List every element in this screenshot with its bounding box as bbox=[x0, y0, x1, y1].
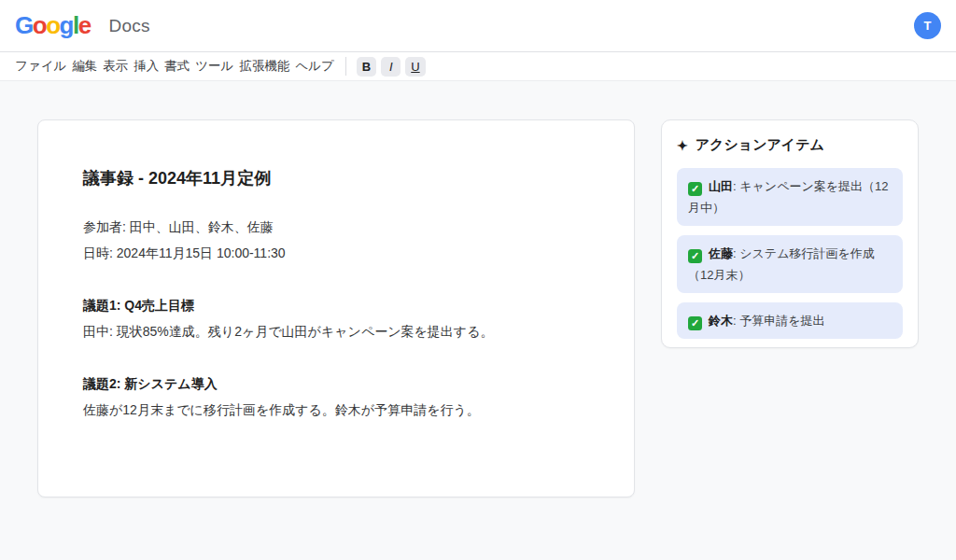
section-body: 佐藤が12月末までに移行計画を作成する。鈴木が予算申請を行う。 bbox=[83, 397, 589, 423]
action-items-header: ✦ アクションアイテム bbox=[677, 136, 903, 154]
document-meta-line: 参加者: 田中、山田、鈴木、佐藤 bbox=[83, 214, 589, 240]
action-item[interactable]: ✓鈴木: 予算申請を提出 bbox=[677, 302, 903, 339]
google-logo-letter: o bbox=[46, 11, 59, 40]
action-item-text: : 予算申請を提出 bbox=[733, 314, 825, 328]
menu-bar: ファイル 編集 表示 挿入 書式 ツール 拡張機能 ヘルプ B I U bbox=[0, 52, 956, 81]
section-heading: 議題1: Q4売上目標 bbox=[83, 292, 589, 318]
format-button[interactable]: B bbox=[357, 57, 376, 77]
google-logo-letter: g bbox=[60, 11, 73, 40]
product-name: Docs bbox=[109, 16, 150, 36]
menu-items: ファイル 編集 表示 挿入 書式 ツール 拡張機能 ヘルプ bbox=[15, 58, 340, 75]
action-item[interactable]: ✓山田: キャンペーン案を提出（12月中） bbox=[677, 168, 903, 226]
document-editor[interactable]: 議事録 - 2024年11月定例 参加者: 田中、山田、鈴木、佐藤 日時: 20… bbox=[37, 119, 635, 497]
format-button[interactable]: I bbox=[381, 57, 401, 77]
account-avatar[interactable]: T bbox=[914, 12, 941, 39]
menu-item[interactable]: 挿入 bbox=[134, 58, 159, 75]
section-heading: 議題2: 新システム導入 bbox=[83, 371, 589, 397]
menu-item[interactable]: 拡張機能 bbox=[239, 58, 289, 75]
sparkle-icon: ✦ bbox=[677, 138, 688, 153]
format-buttons: B I U bbox=[357, 57, 430, 77]
action-items-title: アクションアイテム bbox=[696, 136, 824, 154]
format-button[interactable]: U bbox=[405, 57, 425, 77]
google-logo[interactable]: G o o g l e bbox=[15, 11, 91, 40]
action-items-panel: ✦ アクションアイテム ✓山田: キャンペーン案を提出（12月中） ✓佐藤: シ… bbox=[661, 119, 919, 348]
menu-item[interactable]: 書式 bbox=[164, 58, 190, 75]
check-icon: ✓ bbox=[688, 249, 702, 263]
action-item-owner: 鈴木 bbox=[709, 314, 733, 328]
action-item[interactable]: ✓佐藤: システム移行計画を作成（12月末） bbox=[677, 235, 903, 293]
document-meta: 参加者: 田中、山田、鈴木、佐藤 日時: 2024年11月15日 10:00-1… bbox=[83, 214, 589, 266]
document-meta-line: 日時: 2024年11月15日 10:00-11:30 bbox=[83, 240, 589, 266]
menu-item[interactable]: 表示 bbox=[103, 58, 128, 75]
menu-item[interactable]: 編集 bbox=[72, 58, 97, 75]
menu-item[interactable]: ツール bbox=[195, 58, 233, 75]
document-title: 議事録 - 2024年11月定例 bbox=[83, 167, 589, 189]
google-logo-letter: o bbox=[33, 11, 46, 40]
toolbar-divider bbox=[345, 57, 346, 76]
action-item-owner: 佐藤 bbox=[709, 246, 733, 260]
menu-item[interactable]: ファイル bbox=[15, 58, 66, 75]
action-items-list: ✓山田: キャンペーン案を提出（12月中） ✓佐藤: システム移行計画を作成（1… bbox=[677, 168, 903, 339]
menu-item[interactable]: ヘルプ bbox=[295, 58, 333, 75]
google-logo-letter: G bbox=[15, 11, 33, 40]
app-header: G o o g l e Docs T bbox=[0, 0, 956, 52]
check-icon: ✓ bbox=[688, 182, 702, 196]
action-item-owner: 山田 bbox=[709, 179, 733, 193]
check-icon: ✓ bbox=[688, 316, 702, 330]
document-section: 議題1: Q4売上目標 田中: 現状85%達成。残り2ヶ月で山田がキャンペーン案… bbox=[83, 292, 589, 344]
document-sections: 議題1: Q4売上目標 田中: 現状85%達成。残り2ヶ月で山田がキャンペーン案… bbox=[83, 292, 589, 423]
google-logo-letter: e bbox=[78, 11, 91, 40]
section-body: 田中: 現状85%達成。残り2ヶ月で山田がキャンペーン案を提出する。 bbox=[83, 318, 589, 344]
document-section: 議題2: 新システム導入 佐藤が12月末までに移行計画を作成する。鈴木が予算申請… bbox=[83, 371, 589, 423]
